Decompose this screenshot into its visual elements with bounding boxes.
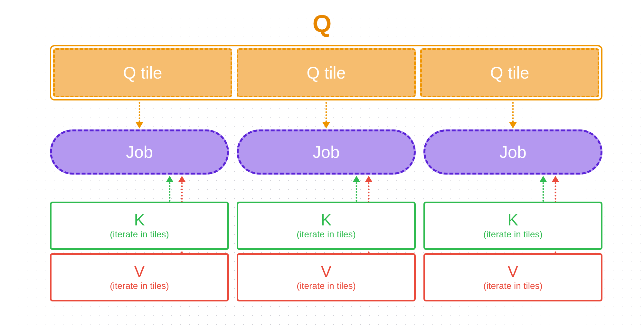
v-tensor-box: V (iterate in tiles) xyxy=(423,253,602,301)
job-column: Job K (iterate in tiles) V (iterate in t… xyxy=(423,100,602,319)
v-tensor-box: V (iterate in tiles) xyxy=(50,253,229,301)
v-label: V xyxy=(321,263,331,280)
q-tile: Q tile xyxy=(53,48,232,97)
arrow-k-to-job-icon xyxy=(353,176,360,202)
arrow-q-to-job-icon xyxy=(136,102,143,128)
q-tile: Q tile xyxy=(237,48,416,97)
k-sublabel: (iterate in tiles) xyxy=(483,229,543,240)
k-label: K xyxy=(507,212,518,228)
k-tensor-box: K (iterate in tiles) xyxy=(423,202,602,250)
k-sublabel: (iterate in tiles) xyxy=(297,229,356,240)
v-sublabel: (iterate in tiles) xyxy=(297,281,356,291)
v-sublabel: (iterate in tiles) xyxy=(110,281,169,291)
job-node: Job xyxy=(423,129,602,175)
q-tensor-container: Q tile Q tile Q tile xyxy=(50,45,602,100)
v-label: V xyxy=(507,263,518,280)
job-column: Job K (iterate in tiles) V (iterate in t… xyxy=(237,100,416,319)
k-label: K xyxy=(321,212,331,228)
diagram-title: Q xyxy=(312,10,331,38)
job-columns: Job K (iterate in tiles) V (iterate in t… xyxy=(50,100,602,319)
k-label: K xyxy=(134,212,145,228)
arrow-q-to-job-icon xyxy=(322,102,330,128)
job-node: Job xyxy=(237,129,416,175)
v-label: V xyxy=(134,263,145,280)
q-tile: Q tile xyxy=(420,48,599,97)
k-tensor-box: K (iterate in tiles) xyxy=(50,202,229,250)
arrow-q-to-job-icon xyxy=(509,102,517,128)
arrow-k-to-job-icon xyxy=(539,176,547,202)
job-column: Job K (iterate in tiles) V (iterate in t… xyxy=(50,100,229,319)
arrow-k-to-job-icon xyxy=(166,176,174,202)
k-tensor-box: K (iterate in tiles) xyxy=(237,202,416,250)
v-sublabel: (iterate in tiles) xyxy=(483,281,543,291)
job-node: Job xyxy=(50,129,229,175)
k-sublabel: (iterate in tiles) xyxy=(110,229,169,240)
v-tensor-box: V (iterate in tiles) xyxy=(237,253,416,301)
